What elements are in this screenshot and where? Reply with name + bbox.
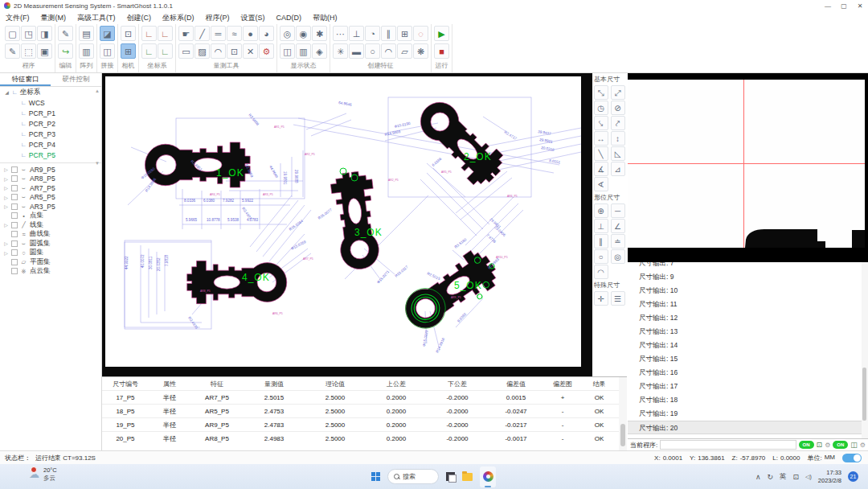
- visibility-checkbox[interactable]: [11, 249, 18, 256]
- dim-angle-circle-icon[interactable]: ⊿: [611, 162, 625, 176]
- visibility-checkbox[interactable]: [11, 194, 18, 200]
- menu-item-8[interactable]: 帮助(H): [313, 13, 338, 23]
- dim-point-line-icon[interactable]: ⤢: [611, 85, 625, 100]
- tree-item-点集[interactable]: •点集: [0, 212, 101, 221]
- close-button[interactable]: ✕: [852, 2, 868, 10]
- menu-item-5[interactable]: 程序(P): [206, 13, 230, 23]
- rect-tool-icon[interactable]: ▭: [178, 43, 194, 59]
- create-perpendicular-icon[interactable]: ⊥: [349, 26, 364, 41]
- tree-item-圆弧集[interactable]: ▷⌣圆弧集: [0, 239, 101, 249]
- create-cloud-icon[interactable]: ❋: [413, 43, 428, 59]
- visibility-checkbox[interactable]: [11, 231, 18, 237]
- expand-icon[interactable]: ▷: [3, 185, 9, 191]
- create-width-icon[interactable]: ▬: [349, 43, 364, 59]
- dim-angle-arrow-icon[interactable]: ∢: [594, 177, 608, 191]
- dim-height-icon[interactable]: ↕: [611, 131, 625, 146]
- tree-item-root[interactable]: ◢ ∟ 坐标系: [0, 87, 101, 97]
- tab-hardware-control[interactable]: 硬件控制: [51, 73, 101, 86]
- column-header[interactable]: 理论值: [305, 380, 366, 388]
- visibility-checkbox[interactable]: [11, 212, 18, 219]
- probe-tool-icon[interactable]: ⚙: [259, 43, 274, 59]
- tree-item-平面集[interactable]: ▱平面集: [0, 257, 101, 267]
- volume-icon[interactable]: ◁): [805, 474, 812, 480]
- tree-item-PCR_P4[interactable]: ∟PCR_P4: [0, 139, 101, 150]
- output-list-item[interactable]: 尺寸输出: 15: [628, 352, 868, 366]
- hatch-tool-icon[interactable]: ▨: [194, 43, 210, 59]
- file-explorer-button[interactable]: [462, 473, 473, 481]
- tree-item-PCR_P1[interactable]: ∟PCR_P1: [0, 108, 101, 118]
- adjust-tool-icon[interactable]: ✕: [243, 43, 258, 59]
- create-angle-circle-icon[interactable]: ◔: [365, 26, 380, 41]
- measurement-canvas[interactable]: 1_OK2_OK3_OK4_OK5_OKΦ15.0150R14.9886R2.5…: [102, 73, 592, 376]
- special-distance-icon[interactable]: ✛: [594, 291, 608, 306]
- new-program-icon[interactable]: ▢: [5, 26, 20, 41]
- column-header[interactable]: 量测值: [244, 380, 305, 388]
- dim-circle-circle-icon[interactable]: ⤤: [611, 116, 625, 130]
- special-list-icon[interactable]: ☰: [611, 291, 625, 306]
- tree-item-PCR_P5[interactable]: ∟PCR_P5: [0, 150, 101, 160]
- visibility-checkbox[interactable]: [11, 185, 18, 191]
- output-list-item[interactable]: 尺寸输出: 12: [628, 311, 868, 325]
- tree-item-曲线集[interactable]: ≈曲线集: [0, 230, 101, 240]
- tab-feature-window[interactable]: 特征窗口: [0, 73, 51, 86]
- output-list-item[interactable]: 尺寸输出: 10: [628, 284, 868, 298]
- menu-item-7[interactable]: CAD(D): [276, 14, 302, 22]
- expand-icon[interactable]: ▷: [3, 222, 9, 228]
- pos-concentricity-icon[interactable]: ◎: [611, 249, 625, 264]
- edit-image-icon[interactable]: ✎: [58, 26, 73, 41]
- camera-on-toggle[interactable]: ON: [833, 441, 848, 449]
- output-list-item[interactable]: 尺寸输出: 19: [628, 407, 868, 421]
- visibility-checkbox[interactable]: [11, 175, 18, 182]
- output-list-item[interactable]: 尺寸输出: 17: [628, 380, 868, 393]
- tree-item-圆集[interactable]: ▷○圆集: [0, 249, 101, 258]
- light-on-toggle[interactable]: ON: [799, 441, 814, 449]
- current-program-input[interactable]: [660, 440, 796, 450]
- show-image-icon[interactable]: ◫: [280, 43, 295, 59]
- output-list-item[interactable]: 尺寸输出: 20: [628, 421, 868, 434]
- save-program-icon[interactable]: ◨: [37, 26, 52, 41]
- stitch-settings-icon[interactable]: ◫: [100, 43, 115, 59]
- part-5[interactable]: [397, 244, 506, 339]
- create-arc-icon[interactable]: ◠: [381, 43, 396, 59]
- table-row[interactable]: 20_P5半径AR8_P52.49832.50000.2000-0.2000-0…: [102, 431, 627, 445]
- capture-icon[interactable]: ◫: [850, 441, 858, 449]
- unit-toggle[interactable]: [842, 454, 862, 462]
- visibility-checkbox[interactable]: [11, 222, 18, 228]
- part-4[interactable]: [187, 261, 287, 303]
- expand-icon[interactable]: ▷: [3, 176, 9, 182]
- visibility-checkbox[interactable]: [11, 203, 18, 210]
- show-chart-icon[interactable]: ▥: [296, 43, 311, 59]
- task-view-button[interactable]: [446, 472, 455, 481]
- create-point-icon[interactable]: ⋯: [333, 26, 348, 41]
- array-disable-icon[interactable]: ▥: [79, 43, 94, 59]
- menu-item-6[interactable]: 设置(S): [241, 13, 265, 23]
- menu-item-4[interactable]: 坐标系(D): [162, 13, 194, 23]
- coord-create-icon[interactable]: ∟: [141, 26, 157, 41]
- table-scroll-thumb[interactable]: [620, 424, 625, 446]
- menu-item-0[interactable]: 文件(F): [6, 13, 30, 23]
- create-plane-icon[interactable]: ▱: [397, 43, 412, 59]
- create-rect-icon[interactable]: ⊞: [397, 26, 412, 41]
- smartghost-taskbar-button[interactable]: [480, 466, 496, 487]
- pos-symmetry-icon[interactable]: ≐: [611, 234, 625, 249]
- light-settings-gear-icon[interactable]: ⚙: [825, 442, 830, 449]
- array-create-icon[interactable]: ▤: [79, 26, 94, 41]
- clock[interactable]: 17:33 2023/2/8: [818, 469, 841, 484]
- visibility-checkbox[interactable]: [11, 268, 18, 274]
- visibility-checkbox[interactable]: [11, 259, 18, 265]
- dim-diameter-icon[interactable]: ⊘: [611, 101, 625, 115]
- tray-sync-icon[interactable]: ↻: [767, 473, 773, 481]
- column-header[interactable]: 下公差: [427, 380, 488, 388]
- output-scroll-thumb[interactable]: [862, 368, 866, 421]
- maximize-button[interactable]: ▢: [836, 2, 852, 10]
- pie-tool-icon[interactable]: ◕: [259, 26, 274, 41]
- dim-angle-line-icon[interactable]: ∡: [594, 162, 608, 176]
- output-list-item[interactable]: 尺寸输出: 18: [628, 393, 868, 407]
- program-settings-icon[interactable]: ▣: [37, 43, 52, 59]
- camera-settings-gear-icon[interactable]: ⚙: [860, 442, 866, 449]
- run-button-icon[interactable]: ▶: [434, 26, 449, 41]
- tray-chevron-icon[interactable]: ∧: [755, 473, 761, 481]
- line-tool-icon[interactable]: ╱: [194, 26, 210, 41]
- focus-tool-icon[interactable]: ⊡: [227, 43, 242, 59]
- output-list-item[interactable]: 尺寸输出: 13: [628, 325, 868, 339]
